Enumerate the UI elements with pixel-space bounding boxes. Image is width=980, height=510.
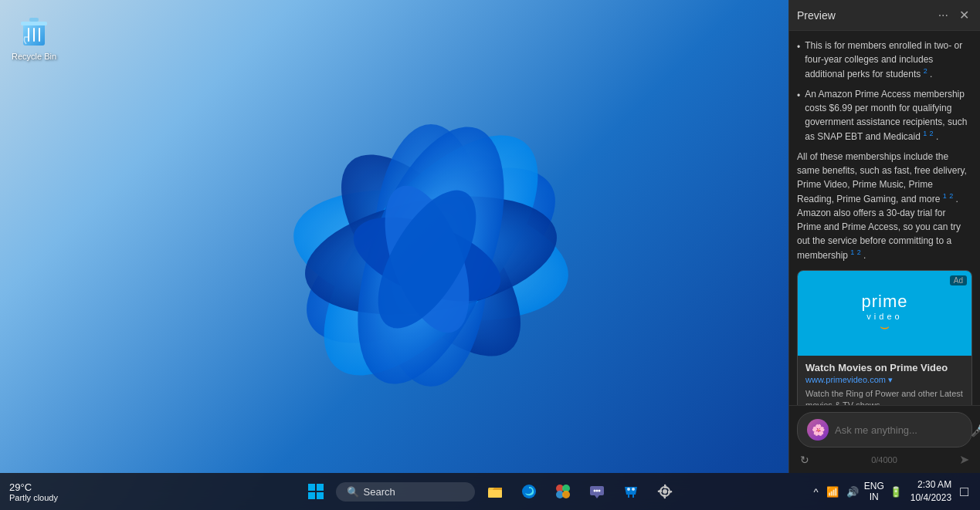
desktop: Recycle Bin Preview ··· ✕ • This is for … bbox=[0, 0, 980, 510]
svg-rect-19 bbox=[317, 492, 324, 499]
taskbar-right: ^ 📶 🔊 ENG IN 🔋 2:30 AM 10/4/2023 □ bbox=[812, 478, 971, 505]
recycle-bin-icon bbox=[15, 12, 53, 49]
svg-point-28 bbox=[593, 490, 595, 492]
svg-rect-11 bbox=[21, 22, 47, 25]
bullet-dot-2: • bbox=[797, 89, 800, 144]
panel-header: Preview ··· ✕ bbox=[789, 0, 980, 31]
panel-content: • This is for members enrolled in two- o… bbox=[789, 31, 980, 405]
notification-icon[interactable]: □ bbox=[958, 481, 971, 502]
wallpaper-flower bbox=[199, 32, 663, 479]
bullet-text-2: An Amazon Prime Access membership costs … bbox=[805, 87, 972, 144]
bullet-text-1: This is for members enrolled in two- or … bbox=[805, 39, 972, 81]
footnote-2a[interactable]: 1 bbox=[923, 130, 927, 137]
footnote-3b[interactable]: 2 bbox=[949, 192, 953, 200]
prime-text: prime bbox=[861, 292, 907, 312]
footnote-3a[interactable]: 1 bbox=[943, 192, 947, 200]
search-icon: 🔍 bbox=[347, 486, 359, 498]
ad-body: Watch Movies on Prime Video www.primevid… bbox=[798, 356, 972, 405]
start-button[interactable] bbox=[302, 478, 330, 505]
svg-point-33 bbox=[663, 489, 667, 494]
windows-logo-icon bbox=[308, 484, 324, 499]
weather-widget[interactable]: 29°C Partly cloudy bbox=[9, 481, 58, 502]
lang-line2: IN bbox=[870, 491, 879, 502]
input-bottom-row: ↻ 0/4000 ➤ bbox=[797, 452, 972, 467]
chat-input[interactable] bbox=[835, 424, 965, 436]
search-label: Search bbox=[364, 486, 395, 498]
bullet-dot-1: • bbox=[797, 40, 800, 81]
store-icon[interactable] bbox=[617, 478, 645, 505]
clock-date: 10/4/2023 bbox=[910, 491, 951, 505]
volume-icon[interactable]: 🔊 bbox=[844, 484, 861, 500]
file-explorer-icon[interactable] bbox=[481, 478, 509, 505]
char-count: 0/4000 bbox=[871, 455, 897, 464]
svg-rect-18 bbox=[308, 492, 315, 499]
prime-video-logo: prime video ⌣ bbox=[861, 292, 907, 336]
language-indicator[interactable]: ENG IN bbox=[864, 481, 884, 503]
panel-close-button[interactable]: ✕ bbox=[956, 6, 972, 24]
taskbar-left: 29°C Partly cloudy bbox=[9, 481, 61, 502]
bullet-item-2: • An Amazon Prime Access membership cost… bbox=[797, 87, 972, 144]
send-icon[interactable]: ➤ bbox=[959, 452, 969, 467]
svg-rect-21 bbox=[488, 490, 502, 498]
settings-icon[interactable] bbox=[651, 478, 679, 505]
panel-header-actions: ··· ✕ bbox=[935, 6, 972, 24]
system-tray: ^ 📶 🔊 ENG IN 🔋 bbox=[812, 481, 904, 503]
network-icon[interactable]: 📶 bbox=[824, 484, 841, 500]
svg-point-26 bbox=[562, 491, 570, 498]
panel-input-area: 🌸 🎤 ↻ 0/4000 ➤ bbox=[789, 405, 980, 473]
refresh-icon[interactable]: ↻ bbox=[800, 454, 809, 466]
ad-image: Ad prime video ⌣ bbox=[798, 271, 972, 356]
panel-title: Preview bbox=[797, 9, 836, 22]
chat-icon[interactable] bbox=[583, 478, 611, 505]
ad-title: Watch Movies on Prime Video bbox=[805, 362, 964, 373]
svg-point-22 bbox=[522, 485, 536, 498]
weather-temp: 29°C bbox=[9, 481, 32, 493]
battery-icon[interactable]: 🔋 bbox=[887, 484, 904, 500]
weather-condition: Partly cloudy bbox=[9, 493, 58, 502]
svg-point-32 bbox=[632, 488, 635, 491]
amazon-smile-icon: ⌣ bbox=[880, 318, 890, 336]
search-bar[interactable]: 🔍 Search bbox=[336, 482, 475, 502]
lang-line1: ENG bbox=[864, 481, 884, 491]
tray-expand-icon[interactable]: ^ bbox=[812, 484, 821, 500]
svg-point-30 bbox=[598, 490, 600, 492]
footnote-4b[interactable]: 2 bbox=[857, 248, 861, 256]
svg-rect-12 bbox=[29, 18, 39, 22]
main-paragraph: All of these memberships include the sam… bbox=[797, 150, 972, 262]
recycle-bin-label: Recycle Bin bbox=[12, 52, 56, 61]
clock-time: 2:30 AM bbox=[917, 478, 951, 491]
svg-rect-16 bbox=[308, 484, 315, 491]
ad-url[interactable]: www.primevideo.com ▾ bbox=[805, 375, 964, 385]
footnote-4a[interactable]: 1 bbox=[850, 248, 854, 256]
ad-card[interactable]: Ad prime video ⌣ Watch Movies on Prime V… bbox=[797, 270, 972, 405]
footnote-1[interactable]: 2 bbox=[924, 67, 927, 75]
microsoft-edge-icon[interactable] bbox=[515, 478, 543, 505]
microphone-icon[interactable]: 🎤 bbox=[971, 423, 980, 437]
recycle-bin[interactable]: Recycle Bin bbox=[12, 12, 56, 61]
svg-point-29 bbox=[595, 490, 598, 492]
footnote-2b[interactable]: 2 bbox=[930, 130, 934, 137]
svg-rect-17 bbox=[317, 484, 324, 491]
taskbar: 29°C Partly cloudy 🔍 Search bbox=[0, 473, 980, 510]
clock[interactable]: 2:30 AM 10/4/2023 bbox=[910, 478, 951, 505]
taskbar-center: 🔍 Search bbox=[302, 478, 679, 505]
preview-panel: Preview ··· ✕ • This is for members enro… bbox=[788, 0, 980, 473]
ad-description: Watch the Ring of Power and other Latest… bbox=[805, 388, 964, 405]
taskbar-app-colorful-icon[interactable] bbox=[549, 478, 577, 505]
bullet-item-1: • This is for members enrolled in two- o… bbox=[797, 39, 972, 81]
input-row: 🌸 🎤 bbox=[797, 412, 972, 448]
svg-point-31 bbox=[627, 488, 630, 491]
ad-badge: Ad bbox=[950, 275, 967, 285]
panel-more-button[interactable]: ··· bbox=[935, 7, 951, 24]
user-avatar: 🌸 bbox=[807, 419, 829, 441]
